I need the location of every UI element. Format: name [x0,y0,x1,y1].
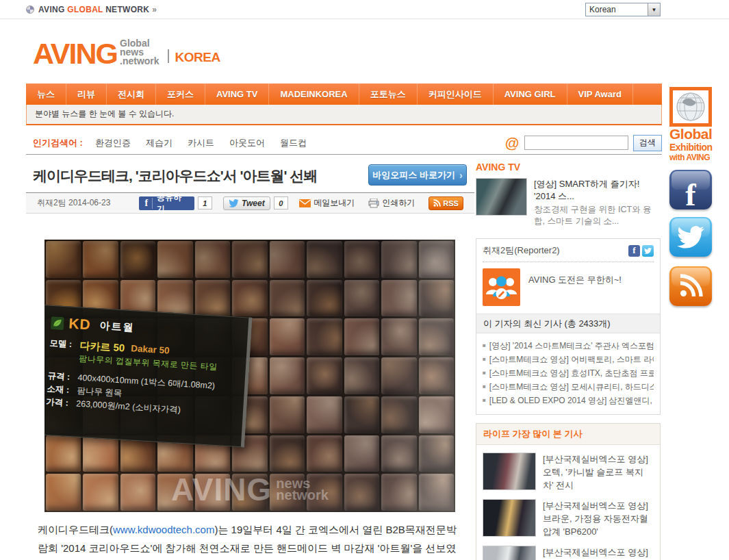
search-input[interactable] [524,136,628,150]
aving-tv-headline[interactable]: [영상] SMART하게 즐기자! '2014 스... [534,178,661,203]
wood-block [307,357,342,394]
wood-block [157,241,192,278]
wood-block [381,474,416,511]
nav-item[interactable]: VIP Award [567,84,633,105]
dropdown-arrow-icon[interactable]: ▼ [648,3,660,16]
site-logo[interactable]: AVING Globalnews.network KOREA [33,39,220,67]
language-select[interactable]: Korean ▼ [585,3,661,16]
popular-articles-box: 라이프 가장 많이 본 기사 [부산국제실버엑스포 영상] 오텍, '카니발 슬… [476,423,661,560]
product-sign: KD 아트월 모델 : 다카르 50 Dakar 50 팜나무의 껍질부위 목재… [44,305,252,448]
sign-brand: KD [68,316,92,333]
wood-block [419,318,454,355]
aving-tv-title: AVING TV [476,162,661,173]
wood-block [307,474,342,511]
wood-block [381,280,416,317]
globe-icon [26,5,34,14]
buying-office-button[interactable]: 바잉오피스 바로가기 › [368,164,467,186]
wood-block [46,474,81,511]
popular-keywords-label: 인기검색어 : [33,137,83,149]
nav-item[interactable]: 리뷰 [66,84,107,105]
wood-block [344,357,379,394]
wood-block [307,280,342,317]
popular-article-thumbnail[interactable] [483,546,536,560]
network-word-global: GLOBAL [67,5,103,14]
wood-block [83,435,118,472]
wood-block [195,474,230,511]
popular-article-item[interactable]: [부산국제실버엑스포 영상] 브라운, 가정용 자동전자혈압계 'BP6200' [483,499,654,538]
network-word-aving: AVING [38,5,65,14]
latest-article-link[interactable]: ■[LED & OLED EXPO 2014 영상] 삼진엘앤디, '실링나이 [483,394,654,407]
latest-article-link[interactable]: ■[스마트M테크쇼 영상] 효성ITX, 초단초점 프로젝터 'NP- [483,366,654,380]
wood-block [46,241,81,278]
reporter-name: 취재2팀(Reporter2) [483,244,626,257]
ge-text-1: Global [669,127,713,142]
sign-model-kr: 다카르 50 [79,339,125,355]
tweet-button[interactable]: Tweet [223,196,270,210]
popular-article-item[interactable]: [부산국제실버엑스포 영상] 씨앤지건강, 레이저 비염완화 조사기 '코비스탑… [483,546,654,560]
wood-block [157,474,192,511]
nav-item[interactable]: MADEINKOREA [269,84,359,105]
search-button[interactable]: 검색 [633,135,662,151]
mail-button[interactable]: 메일보내기 [299,197,355,209]
latest-articles-list: ■[영상] '2014 스마트M테크쇼' 주관사 엑스포럼 김준호 팀■[스마트… [483,339,654,407]
print-button[interactable]: 인쇄하기 [368,197,415,209]
keyword-link[interactable]: 제습기 [146,137,172,149]
nav-item[interactable]: 포커스 [156,84,205,105]
popular-article-thumbnail[interactable] [483,453,536,490]
popular-article-thumbnail[interactable] [483,499,536,537]
wood-block [419,474,454,511]
nav-item[interactable]: AVING GIRL [494,84,567,105]
wood-block [419,396,454,433]
wood-block [46,435,81,472]
facebook-f-icon: f [144,198,153,209]
nav-item[interactable]: 전시회 [107,84,156,105]
wood-block [270,435,305,472]
keyword-link[interactable]: 아웃도어 [229,137,265,149]
globe-icon [676,92,706,122]
chevron-right-icon[interactable]: » [152,5,157,14]
wood-block [83,474,118,511]
reporter-twitter-icon[interactable] [642,245,654,257]
wood-block [83,241,118,278]
popular-articles-list: [부산국제실버엑스포 영상] 오텍, '카니발 슬로프 복지차' 전시[부산국제… [476,445,660,560]
arrow-right-icon: › [459,170,463,181]
wood-block [120,474,155,511]
global-exhibition-banner[interactable] [669,87,712,127]
keyword-link[interactable]: 카시트 [188,137,214,149]
rss-feed-icon[interactable] [669,266,712,306]
nav-item[interactable]: 포토뉴스 [359,84,418,105]
aving-tv-thumbnail[interactable] [476,178,527,216]
wood-block [381,435,416,472]
sidebar: AVING TV [영상] SMART하게 즐기자! '2014 스... 창조… [476,162,661,560]
keyword-link[interactable]: 월드컵 [280,137,307,149]
global-network-link[interactable]: AVING GLOBAL NETWORK [38,5,149,14]
nav-item[interactable]: 뉴스 [26,84,66,105]
wood-block [344,241,379,278]
rss-button[interactable]: RSS [429,196,463,210]
twitter-icon[interactable] [669,217,712,257]
kdwoodtech-link[interactable]: www.kdwoodtech.com [113,524,214,535]
nav-item[interactable]: AVING TV [205,84,269,105]
logo-region-korea: KOREA [175,50,220,65]
keyword-link[interactable]: 환경인증 [95,137,131,149]
facebook-share-button[interactable]: f 공유하기 [139,196,194,210]
wood-block [344,396,379,433]
right-icon-rail: Global Exhibition with AVING f [669,87,713,306]
sign-model-en: Dakar 50 [131,342,170,357]
ge-text-3: with AVING [669,153,713,162]
wood-block [195,280,230,317]
tweet-count: 0 [274,196,289,209]
top-bar: AVING GLOBAL NETWORK » Korean ▼ [0,0,729,19]
logo-divider [168,49,169,63]
wood-block [270,357,305,394]
latest-article-link[interactable]: ■[영상] '2014 스마트M테크쇼' 주관사 엑스포럼 김준호 팀 [483,339,654,353]
wood-block [419,241,454,278]
facebook-icon[interactable]: f [669,170,712,209]
latest-article-link[interactable]: ■[스마트M테크쇼 영상] 모세시큐리티, 하드디스크 전용 파 [483,380,654,394]
nav-item[interactable]: 커피인사이드 [418,84,494,105]
latest-article-link[interactable]: ■[스마트M테크쇼 영상] 어비팩토리, 스마트 라이프 위한 [483,353,654,366]
aving-tv-item[interactable]: [영상] SMART하게 즐기자! '2014 스... 창조경제 구현을 위한… [476,178,661,227]
popular-article-item[interactable]: [부산국제실버엑스포 영상] 오텍, '카니발 슬로프 복지차' 전시 [483,453,654,492]
aving-tv-summary: 창조경제 구현을 위한 ICT와 융합, 스마트 기술의 소... [534,204,661,227]
reporter-facebook-icon[interactable]: f [628,245,640,257]
